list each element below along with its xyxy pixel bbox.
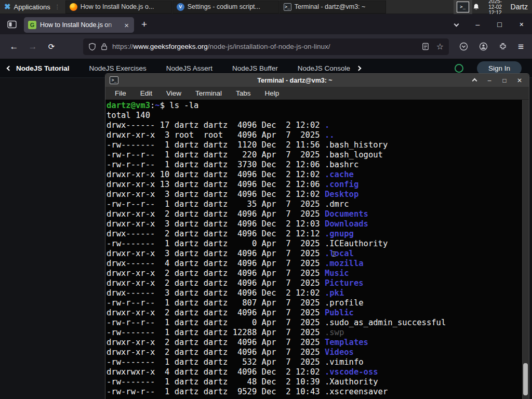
taskbar-window-title: How to Install Node.js o...	[81, 3, 154, 10]
tabbar-right-controls: – □ ×	[455, 20, 532, 29]
terminal-scrollbar[interactable]	[522, 100, 529, 399]
terminal-menu-edit[interactable]: Edit	[140, 89, 152, 97]
terminal-ls-row: -rw-r--r-- 1 dartz dartz 35 Apr 7 2025 .…	[107, 200, 522, 209]
taskbar-window-button[interactable]: >_Terminal - dartz@vm3: ~	[280, 1, 386, 14]
gfg-nav-item[interactable]: NodeJS Console	[298, 64, 350, 72]
taskbar-window-button[interactable]: How to Install Node.js o...	[65, 1, 172, 14]
terminal-ls-row: -rw------- 1 dartz dartz 12288 Apr 7 202…	[107, 328, 522, 338]
terminal-ls-row: drwxr-xr-x 3 dartz dartz 4096 Dec 2 12:0…	[107, 219, 522, 229]
terminal-ls-row: -rw------- 1 dartz dartz 0 Apr 7 2025 .I…	[107, 239, 522, 249]
window-minimize-button[interactable]: –	[476, 20, 480, 29]
terminal-ls-row: drwxr-xr-x 2 dartz dartz 4096 Apr 7 2025…	[107, 338, 522, 348]
lock-icon[interactable]	[101, 43, 108, 50]
back-button[interactable]: ←	[6, 39, 22, 55]
firefox-icon	[70, 3, 77, 11]
terminal-window-icon: >_	[110, 76, 118, 84]
url-text: https://www.geeksforgeeks.org/node-js/in…	[112, 43, 417, 50]
gfg-nav-item[interactable]: NodeJS Buffer	[232, 64, 278, 72]
terminal-total-line: total 140	[107, 111, 522, 121]
terminal-menu-help[interactable]: Help	[265, 89, 280, 97]
terminal-scrollbar-thumb[interactable]	[523, 363, 528, 395]
terminal-ls-row: drwxr-xr-x 2 dartz dartz 4096 Apr 7 2025…	[107, 308, 522, 318]
terminal-ls-row: drwx------ 17 dartz dartz 4096 Dec 2 12:…	[107, 121, 522, 130]
desktop: ✖ Applications ⋮ How to Install Node.js …	[0, 0, 532, 399]
terminal-ls-row: -rw------- 1 dartz dartz 1120 Dec 2 11:5…	[107, 140, 522, 150]
terminal-ls-row: drwxrwxr-x 4 dartz dartz 4096 Dec 2 12:0…	[107, 367, 522, 377]
top-panel: ✖ Applications ⋮ How to Install Node.js …	[0, 0, 532, 14]
terminal-ls-row: -rw------- 1 dartz dartz 48 Dec 2 10:39 …	[107, 377, 522, 387]
mouse-ibeam-cursor: ⌶	[331, 249, 336, 259]
terminal-ls-row: drwx------ 3 dartz dartz 4096 Dec 2 12:0…	[107, 288, 522, 298]
geeksforgeeks-favicon: G	[28, 21, 36, 29]
terminal-ls-row: drwxr-xr-x 3 root root 4096 Apr 7 2025 .…	[107, 130, 522, 140]
clock-date: 2025-12-02	[485, 0, 506, 10]
browser-tab-active[interactable]: G How to Install Node.js on ×	[24, 17, 134, 33]
tab-close-icon[interactable]: ×	[123, 21, 130, 30]
terminal-ls-row: drwxr-xr-x 13 dartz dartz 4096 Dec 2 12:…	[107, 180, 522, 190]
menu-hamburger-icon[interactable]: ≡	[518, 44, 524, 49]
forward-button[interactable]: →	[25, 39, 41, 55]
account-icon[interactable]	[479, 42, 488, 51]
terminal-ls-row: drwxr-xr-x 3 dartz dartz 4096 Apr 7 2025…	[107, 249, 522, 259]
terminal-ls-row: -rw------- 1 dartz dartz 532 Apr 7 2025 …	[107, 357, 522, 367]
extensions-puzzle-icon[interactable]	[499, 43, 507, 51]
toolbar-right-icons: ≡	[459, 42, 532, 51]
terminal-ls-row: drwxr-xr-x 2 dartz dartz 4096 Apr 7 2025…	[107, 348, 522, 357]
panel-username[interactable]: Dartz	[511, 3, 528, 11]
terminal-menu-view[interactable]: View	[166, 89, 181, 97]
terminal-menu-terminal[interactable]: Terminal	[195, 89, 222, 97]
terminal-menu-file[interactable]: File	[115, 89, 126, 97]
terminal-icon: >_	[284, 3, 291, 11]
firefox-toolbar: ← → ⟳ https://www.geeksforgeeks.org/node…	[0, 34, 532, 59]
new-tab-button[interactable]: +	[141, 19, 147, 30]
taskbar-window-button[interactable]: VSettings - codium script...	[172, 1, 279, 14]
panel-tray: 2025-12-02 12:12 Dartz	[472, 0, 532, 14]
terminal-launcher[interactable]: >_	[454, 0, 472, 14]
terminal-body[interactable]: dartz@vm3:~$ ls -latotal 140drwx------ 1…	[105, 100, 529, 399]
url-bar[interactable]: https://www.geeksforgeeks.org/node-js/in…	[83, 38, 449, 55]
url-path: /node-js/installation-of-node-js-on-linu…	[208, 43, 330, 50]
terminal-window: >_ Terminal - dartz@vm3: ~ – □ ✕ FileEdi…	[105, 73, 529, 399]
terminal-window-title: Terminal - dartz@vm3: ~	[118, 77, 471, 84]
url-scheme: https://	[112, 43, 134, 50]
gfg-nav-item[interactable]: NodeJS Exercises	[89, 64, 147, 72]
gfg-nav-item[interactable]: NodeJS Tutorial	[16, 64, 70, 72]
window-close-button[interactable]: ×	[520, 20, 524, 29]
terminal-ls-row: drwxr-xr-x 10 dartz dartz 4096 Dec 2 12:…	[107, 170, 522, 180]
gfg-nav-items: NodeJS TutorialNodeJS ExercisesNodeJS As…	[16, 64, 357, 72]
terminal-ls-row: drwx------ 2 dartz dartz 4096 Dec 2 12:1…	[107, 229, 522, 239]
url-domain: www.geeksforgeeks.org	[134, 43, 208, 50]
firefox-view-icon[interactable]	[7, 20, 17, 29]
terminal-minimize-button[interactable]: –	[486, 77, 493, 84]
tracking-shield-icon[interactable]	[88, 43, 96, 51]
terminal-maximize-button[interactable]: □	[501, 77, 508, 84]
terminal-ls-row: drwxr-xr-x 2 dartz dartz 4096 Apr 7 2025…	[107, 209, 522, 219]
reload-button[interactable]: ⟳	[44, 39, 59, 55]
search-icon[interactable]	[455, 64, 463, 73]
terminal-ls-row: drwxr-xr-x 3 dartz dartz 4096 Dec 2 12:0…	[107, 190, 522, 200]
applications-label: Applications	[14, 3, 50, 11]
reader-view-icon[interactable]	[422, 43, 429, 50]
nav-scroll-right-icon[interactable]	[356, 66, 362, 71]
terminal-launcher-icon: >_	[457, 2, 469, 12]
firefox-tab-bar: G How to Install Node.js on × + – □ ×	[0, 14, 532, 34]
list-all-tabs-icon[interactable]	[454, 22, 459, 27]
bookmark-star-icon[interactable]: ☆	[436, 42, 444, 51]
terminal-ls-row: -rw-r--r-- 1 dartz dartz 220 Apr 7 2025 …	[107, 150, 522, 160]
terminal-ls-row: drwxr-xr-x 2 dartz dartz 4096 Apr 7 2025…	[107, 269, 522, 278]
taskbar-window-title: Terminal - dartz@vm3: ~	[295, 3, 366, 10]
terminal-shade-button[interactable]	[471, 77, 477, 84]
window-taskbar: How to Install Node.js o...VSettings - c…	[65, 0, 386, 14]
terminal-close-button[interactable]: ✕	[516, 77, 523, 84]
terminal-menu-tabs[interactable]: Tabs	[236, 89, 251, 97]
applications-icon: ✖	[4, 2, 11, 11]
panel-clock[interactable]: 2025-12-02 12:12	[485, 0, 506, 16]
window-maximize-button[interactable]: □	[497, 20, 501, 29]
terminal-titlebar[interactable]: >_ Terminal - dartz@vm3: ~ – □ ✕	[105, 74, 529, 87]
nav-scroll-left-icon[interactable]	[7, 66, 12, 71]
applications-menu-button[interactable]: ✖ Applications ⋮	[0, 0, 65, 14]
tab-title: How to Install Node.js on	[40, 21, 119, 29]
pocket-icon[interactable]	[459, 42, 468, 51]
notification-bell-icon[interactable]	[472, 3, 480, 11]
gfg-nav-item[interactable]: NodeJS Assert	[166, 64, 212, 72]
